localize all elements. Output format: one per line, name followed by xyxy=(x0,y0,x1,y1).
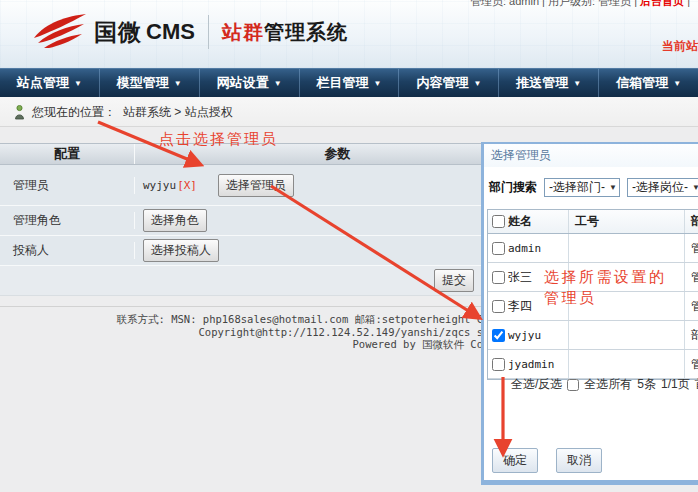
dialog-pagination: 全选/反选 全选所有 5条 1/1页 首页 xyxy=(484,376,698,393)
submit-strip: 提交 xyxy=(0,266,540,296)
row-checkbox[interactable] xyxy=(492,300,505,313)
dialog-title: 选择管理员 xyxy=(484,144,698,167)
chevron-down-icon: ▼ xyxy=(573,79,581,88)
total-count: 5条 xyxy=(637,376,656,393)
admin-row-jyadmin: jyadmin 管理 xyxy=(488,350,698,379)
submit-button[interactable]: 提交 xyxy=(434,269,474,292)
admin-table-header: 姓名 工号 部门 xyxy=(488,210,698,234)
table-row-admin: 管理员 wyjyu[X] 选择管理员 xyxy=(0,165,540,206)
app-header: 国微 CMS 站群管理系统 管理员: admin | 用户级别: 管理员 | 后… xyxy=(0,0,698,68)
row-label: 管理角色 xyxy=(0,212,135,229)
admin-row-lisi: 李四 管理 xyxy=(488,292,698,321)
logo: 国微 CMS 站群管理系统 xyxy=(30,12,348,52)
dept-column-header: 部门 xyxy=(684,210,698,233)
footer-line-2: Copyright@http://112.124.52.149/yanshi/z… xyxy=(0,326,483,339)
param-column-header: 参数 xyxy=(135,144,540,164)
choose-contributor-button[interactable]: 选择投稿人 xyxy=(143,239,219,262)
chevron-down-icon: ▼ xyxy=(74,79,82,88)
breadcrumb-path: 站群系统 > 站点授权 xyxy=(123,104,233,121)
product-title: 站群管理系统 xyxy=(222,19,348,46)
select-all-pages-checkbox[interactable] xyxy=(567,379,579,391)
breadcrumb: 您现在的位置： 站群系统 > 站点授权 xyxy=(14,104,233,121)
row-checkbox[interactable] xyxy=(492,271,505,284)
breadcrumb-label: 您现在的位置： xyxy=(32,104,116,121)
row-label: 管理员 xyxy=(0,177,135,194)
nav-website-settings[interactable]: 网站设置▼ xyxy=(199,69,299,97)
chevron-down-icon: ▼ xyxy=(609,183,617,192)
chevron-down-icon: ▼ xyxy=(374,79,382,88)
selected-admin-value: wyjyu xyxy=(143,179,176,192)
admin-row-zhangsan: 张三 管理 xyxy=(488,263,698,292)
footer-line-1: 联系方式: MSN: php168sales@hotmail.com 邮箱:se… xyxy=(0,313,483,326)
row-label: 投稿人 xyxy=(0,242,135,259)
post-filter-select[interactable]: -选择岗位-▼ xyxy=(627,178,698,197)
admin-list-table: 姓名 工号 部门 admin 管理 张三 管理 李四 管理 xyxy=(487,209,698,380)
brand-name-cn: 国微 xyxy=(94,17,142,48)
confirm-button[interactable]: 确定 xyxy=(492,448,538,473)
nav-push-management[interactable]: 推送管理▼ xyxy=(498,69,598,97)
backend-home-link[interactable]: 后台首页 xyxy=(640,0,684,7)
topbar-user-info: 管理员: admin | 用户级别: 管理员 | 后台首页 | xyxy=(470,0,690,9)
chevron-down-icon: ▼ xyxy=(673,79,681,88)
brand-name-en: CMS xyxy=(146,19,195,45)
table-row-contributor: 投稿人 选择投稿人 xyxy=(0,236,540,266)
row-checkbox[interactable] xyxy=(492,358,505,371)
table-row-role: 管理角色 选择角色 xyxy=(0,206,540,236)
row-checkbox[interactable] xyxy=(492,242,505,255)
choose-role-button[interactable]: 选择角色 xyxy=(143,209,207,232)
chevron-down-icon: ▼ xyxy=(473,79,481,88)
person-icon xyxy=(14,105,25,120)
config-column-header: 配置 xyxy=(0,144,135,164)
name-column-header: 姓名 xyxy=(508,213,568,230)
select-all-label: 全选所有 xyxy=(584,376,632,393)
dialog-search-row: 部门搜索 -选择部门-▼ -选择岗位-▼ xyxy=(484,174,698,200)
admin-row-wyjyu: wyjyu 部门 xyxy=(488,321,698,350)
current-site-label: 当前站点 xyxy=(662,38,698,55)
site-auth-config-table: 配置 参数 管理员 wyjyu[X] 选择管理员 管理角色 选择角色 投稿人 选… xyxy=(0,143,540,296)
logo-divider xyxy=(208,15,209,49)
select-invert-link[interactable]: 全选/反选 xyxy=(511,376,562,393)
empno-column-header: 工号 xyxy=(568,210,684,233)
choose-admin-dialog: 选择管理员 部门搜索 -选择部门-▼ -选择岗位-▼ 姓名 工号 部门 admi… xyxy=(481,142,698,485)
nav-mailbox-management[interactable]: 信箱管理▼ xyxy=(598,69,698,97)
nav-site-management[interactable]: 站点管理▼ xyxy=(0,69,99,97)
chevron-down-icon: ▼ xyxy=(274,79,282,88)
chevron-down-icon: ▼ xyxy=(692,183,698,192)
dialog-buttons: 确定 取消 xyxy=(492,448,602,473)
dept-filter-select[interactable]: -选择部门-▼ xyxy=(544,178,620,197)
choose-admin-button[interactable]: 选择管理员 xyxy=(218,174,294,197)
brand-swoosh-icon xyxy=(30,12,88,52)
config-table-header: 配置 参数 xyxy=(0,143,540,165)
nav-model-management[interactable]: 模型管理▼ xyxy=(99,69,199,97)
chevron-down-icon: ▼ xyxy=(174,79,182,88)
select-all-checkbox[interactable] xyxy=(492,215,505,228)
page: 国微 CMS 站群管理系统 管理员: admin | 用户级别: 管理员 | 后… xyxy=(0,0,698,492)
dept-search-label: 部门搜索 xyxy=(489,179,537,196)
page-indicator: 1/1页 xyxy=(661,376,690,393)
breadcrumb-bar: 您现在的位置： 站群系统 > 站点授权 xyxy=(0,96,698,127)
row-checkbox-checked[interactable] xyxy=(492,329,505,342)
footer-contact-info: 联系方式: MSN: php168sales@hotmail.com 邮箱:se… xyxy=(0,306,483,351)
nav-column-management[interactable]: 栏目管理▼ xyxy=(299,69,399,97)
topbar-user-text: 管理员: admin | 用户级别: 管理员 | xyxy=(470,0,637,7)
main-nav: 站点管理▼ 模型管理▼ 网站设置▼ 栏目管理▼ 内容管理▼ 推送管理▼ 信箱管理… xyxy=(0,68,698,97)
topbar-tail: | xyxy=(687,0,690,7)
admin-row-admin: admin 管理 xyxy=(488,234,698,263)
cancel-button[interactable]: 取消 xyxy=(556,448,602,473)
remove-admin-link[interactable]: [X] xyxy=(177,179,197,192)
nav-content-management[interactable]: 内容管理▼ xyxy=(398,69,498,97)
footer-line-3: Powered by 国微软件 Co xyxy=(0,338,483,351)
